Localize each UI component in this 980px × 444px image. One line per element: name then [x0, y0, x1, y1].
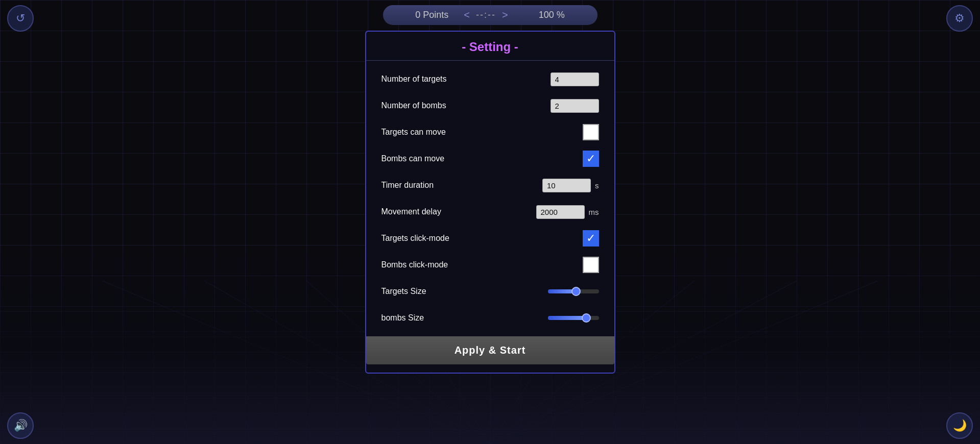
- control-bombs-size: [548, 316, 599, 320]
- corner-bottom-right-button[interactable]: 🌙: [946, 412, 973, 439]
- percent-display: 100 %: [539, 10, 565, 20]
- volume-icon: 🔊: [14, 419, 28, 432]
- corner-bottom-left-button[interactable]: 🔊: [7, 412, 34, 439]
- unit-move-delay: ms: [589, 208, 599, 216]
- control-num-bombs: [551, 99, 599, 113]
- checkbox-bombs-move[interactable]: ✓: [583, 151, 599, 167]
- corner-top-right-button[interactable]: ⚙: [946, 5, 973, 32]
- slider-thumb-targets-size[interactable]: [571, 287, 581, 296]
- corner-top-left-button[interactable]: ↺: [7, 5, 34, 32]
- input-move-delay[interactable]: [536, 205, 585, 219]
- control-timer-dur: s: [542, 179, 599, 192]
- input-timer-dur[interactable]: [542, 179, 591, 192]
- apply-start-button[interactable]: Apply & Start: [366, 336, 614, 364]
- label-bombs-click: Bombs click-mode: [381, 260, 448, 269]
- label-targets-click: Targets click-mode: [381, 234, 449, 243]
- row-bombs-size: bombs Size: [381, 309, 599, 327]
- control-move-delay: ms: [536, 205, 599, 219]
- row-num-bombs: Number of bombs: [381, 96, 599, 115]
- refresh-icon: ↺: [16, 12, 25, 25]
- nav-controls: < --:-- >: [464, 9, 508, 21]
- input-num-targets[interactable]: [551, 72, 599, 86]
- label-num-targets: Number of targets: [381, 75, 447, 84]
- gear-icon: ⚙: [954, 12, 965, 25]
- input-num-bombs[interactable]: [551, 99, 599, 113]
- slider-track-targets-size[interactable]: [548, 289, 599, 293]
- control-targets-move: [583, 124, 599, 140]
- row-targets-click: Targets click-mode ✓: [381, 229, 599, 248]
- points-display: 0 Points: [415, 10, 448, 20]
- row-move-delay: Movement delay ms: [381, 203, 599, 221]
- label-num-bombs: Number of bombs: [381, 101, 446, 110]
- label-bombs-size: bombs Size: [381, 313, 424, 323]
- settings-body: Number of targets Number of bombs Target…: [366, 70, 614, 327]
- label-targets-move: Targets can move: [381, 128, 446, 137]
- row-bombs-move: Bombs can move ✓: [381, 150, 599, 168]
- row-targets-move: Targets can move: [381, 123, 599, 141]
- time-display: --:--: [476, 10, 496, 20]
- control-num-targets: [551, 72, 599, 86]
- top-bar: 0 Points < --:-- > 100 %: [383, 5, 597, 25]
- control-bombs-move: ✓: [583, 151, 599, 167]
- row-bombs-click: Bombs click-mode: [381, 256, 599, 274]
- slider-track-bombs-size[interactable]: [548, 316, 599, 320]
- nav-prev-button[interactable]: <: [464, 9, 470, 21]
- row-targets-size: Targets Size: [381, 282, 599, 301]
- row-num-targets: Number of targets: [381, 70, 599, 88]
- moon-icon: 🌙: [953, 419, 967, 432]
- label-targets-size: Targets Size: [381, 287, 426, 296]
- checkbox-bombs-click[interactable]: [583, 257, 599, 273]
- row-timer-dur: Timer duration s: [381, 176, 599, 194]
- control-targets-size: [548, 289, 599, 293]
- slider-thumb-bombs-size[interactable]: [582, 313, 591, 323]
- label-move-delay: Movement delay: [381, 207, 441, 216]
- dialog-title: - Setting -: [366, 32, 614, 61]
- label-bombs-move: Bombs can move: [381, 154, 445, 163]
- nav-next-button[interactable]: >: [502, 9, 508, 21]
- label-timer-dur: Timer duration: [381, 181, 434, 190]
- checkbox-targets-move[interactable]: [583, 124, 599, 140]
- unit-timer-dur: s: [595, 181, 599, 190]
- control-targets-click: ✓: [583, 230, 599, 246]
- checkbox-targets-click[interactable]: ✓: [583, 230, 599, 246]
- control-bombs-click: [583, 257, 599, 273]
- settings-dialog: - Setting - Number of targets Number of …: [365, 31, 615, 374]
